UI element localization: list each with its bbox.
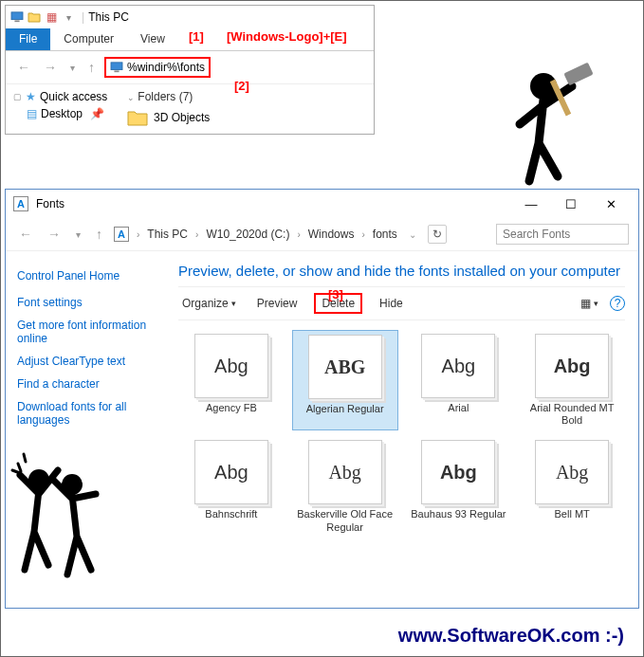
expand-icon[interactable]: ▢: [13, 92, 22, 101]
font-item[interactable]: AbgArial: [406, 330, 512, 430]
font-item[interactable]: AbgArial Rounded MT Bold: [519, 330, 625, 430]
breadcrumb-item[interactable]: fonts: [373, 228, 397, 241]
font-label: Arial: [408, 402, 510, 414]
address-text: %windir%\fonts: [127, 61, 205, 74]
window-title: Fonts: [36, 197, 64, 210]
nav-forward-icon[interactable]: →: [40, 58, 61, 77]
close-button[interactable]: ✕: [591, 191, 631, 217]
titlebar: A Fonts — ☐ ✕: [6, 190, 638, 218]
font-preview: Abg: [421, 334, 495, 398]
font-label: Bahnschrift: [180, 508, 283, 520]
nav-up-icon[interactable]: ↑: [84, 58, 99, 77]
chevron-down-icon: ⌄: [127, 93, 135, 102]
pc-icon: [9, 9, 25, 25]
svg-rect-1: [14, 20, 19, 22]
chevron-right-icon[interactable]: ›: [297, 229, 300, 240]
more-font-info-link[interactable]: Get more font information online: [17, 314, 154, 350]
font-preview: Abg: [421, 440, 495, 504]
nav-tree: ▢ ★ Quick access ▤ Desktop 📌: [13, 88, 108, 126]
maximize-button[interactable]: ☐: [551, 191, 591, 217]
nav-back-icon[interactable]: ←: [15, 225, 36, 244]
font-preview: Abg: [535, 440, 609, 504]
annotation-2: [2]: [234, 79, 249, 93]
file-tab[interactable]: File: [6, 28, 50, 50]
minimize-button[interactable]: —: [511, 191, 551, 217]
tree-item-desktop[interactable]: ▤ Desktop 📌: [13, 105, 108, 122]
dancing-figures: [10, 447, 105, 589]
help-button[interactable]: ?: [610, 296, 625, 311]
svg-rect-3: [114, 70, 119, 72]
star-icon: ★: [26, 90, 36, 103]
nav-dropdown-icon[interactable]: ▾: [66, 61, 79, 75]
footer-text: www.SoftwareOK.com :-): [398, 625, 624, 647]
toolbar: Organize ▾ Preview Delete Hide ▦ ▾ ?: [178, 286, 625, 320]
chevron-right-icon[interactable]: ›: [195, 229, 198, 240]
breadcrumb-dropdown-icon[interactable]: ⌄: [405, 228, 420, 242]
svg-rect-2: [111, 63, 122, 70]
svg-rect-5: [563, 63, 593, 86]
font-label: Algerian Regular: [295, 403, 396, 415]
folder-pane: ⌄ Folders (7) 3D Objects: [127, 88, 210, 126]
tree-label: Desktop: [41, 107, 83, 120]
pc-icon: [110, 62, 123, 73]
desktop-icon: ▤: [27, 107, 37, 120]
download-fonts-link[interactable]: Download fonts for all languages: [17, 395, 154, 431]
divider: |: [82, 10, 84, 24]
folders-group-header[interactable]: ⌄ Folders (7): [127, 88, 210, 109]
nav-back-icon[interactable]: ←: [13, 58, 34, 77]
folder-3d-objects[interactable]: 3D Objects: [127, 109, 210, 126]
font-item[interactable]: AbgAgency FB: [178, 330, 285, 430]
organize-button[interactable]: Organize ▾: [178, 295, 240, 312]
address-bar: ← → ▾ ↑ A › This PC › W10_2020d (C:) › W…: [6, 218, 638, 251]
chevron-right-icon[interactable]: ›: [137, 229, 139, 240]
font-item[interactable]: AbgBell MT: [519, 436, 625, 537]
breadcrumb-item[interactable]: W10_2020d (C:): [206, 228, 289, 241]
dropdown-icon: ▾: [231, 299, 236, 308]
tab-computer[interactable]: Computer: [50, 28, 127, 50]
nav-dropdown-icon[interactable]: ▾: [72, 228, 84, 242]
font-preview: Abg: [194, 334, 268, 398]
annotation-1-text: [Windows-Logo]+[E]: [227, 29, 347, 44]
font-label: Arial Rounded MT Bold: [521, 402, 623, 427]
folder-qat-icon[interactable]: [27, 9, 42, 25]
nav-up-icon[interactable]: ↑: [92, 225, 106, 244]
find-character-link[interactable]: Find a character: [17, 373, 154, 395]
hide-button[interactable]: Hide: [376, 295, 407, 312]
qat-dropdown-icon[interactable]: ▾: [61, 9, 76, 25]
font-label: Baskerville Old Face Regular: [294, 508, 396, 533]
chevron-right-icon[interactable]: ›: [361, 229, 364, 240]
view-options-button[interactable]: ▦ ▾: [577, 295, 602, 312]
address-input[interactable]: %windir%\fonts: [104, 57, 211, 78]
cleartype-link[interactable]: Adjust ClearType text: [17, 350, 154, 373]
font-preview: Abg: [194, 440, 268, 504]
fonts-icon: A: [114, 227, 129, 242]
search-input[interactable]: [496, 224, 629, 245]
font-item[interactable]: AbgBauhaus 93 Regular: [406, 436, 512, 537]
tree-item-quick-access[interactable]: ▢ ★ Quick access: [13, 88, 108, 105]
breadcrumb-item[interactable]: Windows: [308, 228, 355, 241]
window-title: This PC: [88, 10, 129, 24]
properties-qat-icon[interactable]: ▦: [44, 9, 59, 25]
nav-forward-icon[interactable]: →: [44, 225, 64, 244]
font-item[interactable]: AbgBaskerville Old Face Regular: [292, 436, 398, 537]
breadcrumb-item[interactable]: This PC: [147, 228, 188, 241]
content-area: ▢ ★ Quick access ▤ Desktop 📌 ⌄ Folders (…: [6, 83, 374, 134]
main-panel: Preview, delete, or show and hide the fo…: [165, 251, 638, 608]
preview-button[interactable]: Preview: [253, 295, 302, 312]
control-panel-home-link[interactable]: Control Panel Home: [17, 265, 154, 287]
font-item[interactable]: ABGAlgerian Regular: [292, 330, 398, 430]
tab-view[interactable]: View: [127, 28, 178, 50]
page-heading: Preview, delete, or show and hide the fo…: [178, 263, 625, 279]
fonts-icon: A: [13, 196, 28, 211]
font-settings-link[interactable]: Font settings: [17, 291, 154, 314]
font-preview: Abg: [308, 440, 382, 504]
refresh-button[interactable]: ↻: [428, 225, 447, 244]
explorer-this-pc-window: ▦ ▾ | This PC File Computer View ← → ▾ ↑…: [5, 5, 375, 135]
titlebar: ▦ ▾ | This PC: [6, 6, 374, 28]
folder-icon: [127, 109, 148, 126]
font-grid: AbgAgency FBABGAlgerian RegularAbgArialA…: [178, 330, 625, 538]
font-item[interactable]: AbgBahnschrift: [178, 436, 285, 537]
address-bar-row: ← → ▾ ↑ %windir%\fonts: [6, 51, 374, 83]
font-preview: Abg: [535, 334, 609, 398]
font-label: Agency FB: [180, 402, 283, 414]
